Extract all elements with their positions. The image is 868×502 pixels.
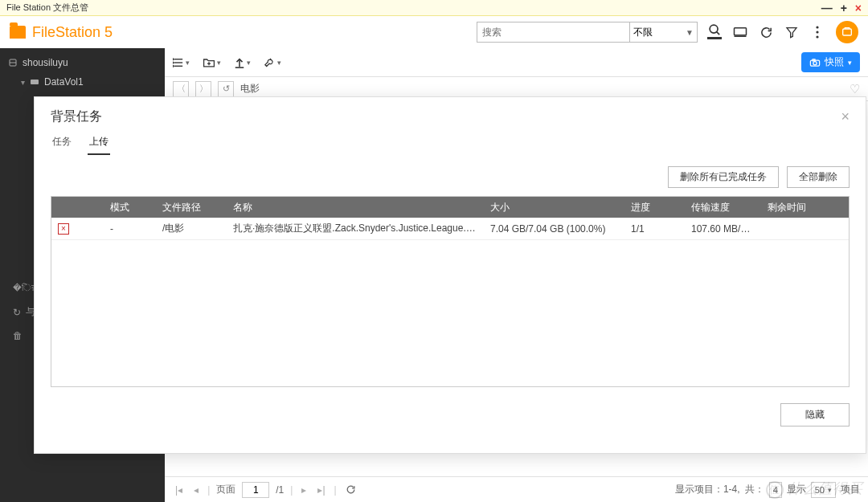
search-icon[interactable] (707, 25, 722, 39)
svg-marker-4 (787, 28, 796, 38)
create-button[interactable]: ▾ (203, 57, 221, 68)
view-mode-button[interactable]: ▾ (173, 58, 190, 67)
drive-icon (30, 78, 39, 86)
tools-button[interactable]: ▾ (264, 56, 281, 68)
task-center-icon[interactable] (836, 21, 858, 43)
nav-fwd-button[interactable]: 〉 (195, 81, 211, 97)
pager: |◂ ◂ | 页面 /1 | ▸ ▸| | 显示项目：1-4, 共： 4 显示 … (165, 476, 868, 502)
hide-button[interactable]: 隐藏 (780, 403, 850, 426)
cell-mode: - (104, 223, 156, 235)
table-row[interactable]: × - /电影 扎克·施奈德版正义联盟.Zack.Snyder's.Justic… (51, 218, 849, 240)
search-input[interactable] (477, 22, 629, 43)
page-label: 页面 (216, 483, 235, 496)
window-maximize-icon[interactable]: + (841, 2, 847, 14)
chevron-down-icon: ▾ (21, 78, 25, 87)
svg-point-15 (173, 58, 174, 59)
pager-pagesize-select[interactable]: 50▾ (811, 482, 836, 498)
chevron-down-icon: ▾ (848, 59, 852, 67)
upload-table: 模式 文件路径 名称 大小 进度 传输速度 剩余时间 × - /电影 扎克·施奈… (51, 196, 850, 387)
chevron-down-icon: ▼ (686, 28, 694, 37)
tree-root-label: shousiluyu (23, 57, 68, 68)
folder-plus-icon (203, 57, 215, 68)
page-input[interactable] (242, 482, 269, 498)
cell-progress: 1/1 (624, 223, 685, 235)
svg-point-7 (816, 35, 818, 38)
tree-root[interactable]: shousiluyu (0, 53, 165, 72)
brand: FileStation 5 (10, 24, 113, 41)
wrench-icon (264, 56, 276, 68)
page-total: /1 (276, 484, 284, 496)
upload-button[interactable]: ▾ (234, 57, 251, 68)
svg-rect-2 (735, 28, 747, 35)
col-size[interactable]: 大小 (484, 201, 624, 214)
page-first-button[interactable]: |◂ (173, 484, 185, 496)
pager-total-label: 共： (745, 483, 764, 496)
svg-point-5 (816, 26, 818, 28)
remove-all-button[interactable]: 全部删除 (787, 166, 850, 188)
window-close-icon[interactable]: × (855, 2, 862, 14)
chevron-down-icon: ▾ (217, 59, 221, 67)
trash-icon: 🗑 (13, 330, 23, 341)
col-speed[interactable]: 传输速度 (685, 201, 761, 214)
search-filter-select[interactable]: 不限 ▼ (629, 22, 698, 43)
cell-path: /电影 (156, 222, 227, 235)
table-head: 模式 文件路径 名称 大小 进度 传输速度 剩余时间 (51, 197, 849, 218)
col-mode[interactable]: 模式 (104, 201, 156, 214)
col-name[interactable]: 名称 (227, 201, 484, 214)
nav-up-button[interactable]: ↺ (218, 81, 234, 97)
tab-tasks[interactable]: 任务 (51, 132, 73, 155)
svg-rect-11 (31, 80, 39, 84)
brand-text: FileStation 5 (32, 24, 113, 41)
tree-volume[interactable]: ▾ DataVol1 (0, 72, 165, 92)
remove-completed-button[interactable]: 删除所有已完成任务 (668, 166, 779, 188)
tree-volume-label: DataVol1 (44, 76, 84, 88)
page-next-button[interactable]: ▸ (299, 484, 309, 496)
filter-icon[interactable] (784, 25, 799, 39)
col-path[interactable]: 文件路径 (156, 201, 227, 214)
chevron-down-icon: ▾ (247, 59, 251, 67)
chevron-down-icon: ▾ (828, 486, 832, 494)
more-icon[interactable] (810, 25, 825, 39)
share-icon: �ির (13, 282, 35, 293)
page-refresh-button[interactable] (343, 484, 358, 495)
app-header: FileStation 5 不限 ▼ (0, 16, 868, 48)
cell-speed: 107.60 MB/S... (685, 223, 761, 235)
col-progress[interactable]: 进度 (624, 201, 685, 214)
window-title: File Station 文件总管 (6, 2, 88, 14)
pager-summary-left: 显示项目：1-4, (675, 483, 740, 496)
chevron-down-icon: ▾ (186, 59, 190, 67)
background-tasks-dialog: 背景任务 × 任务 上传 删除所有已完成任务 全部删除 模式 文件路径 名称 大… (34, 96, 866, 454)
remote-icon[interactable] (733, 25, 747, 39)
cell-size: 7.04 GB/7.04 GB (100.0%) (484, 223, 624, 235)
nas-icon (8, 58, 18, 67)
svg-point-17 (173, 65, 174, 67)
chevron-down-icon: ▾ (277, 59, 281, 67)
pager-total-box: 4 (769, 482, 782, 498)
window-titlebar: File Station 文件总管 — + × (0, 0, 868, 16)
tab-upload[interactable]: 上传 (88, 132, 110, 155)
favorite-icon[interactable]: ♡ (850, 82, 860, 96)
toolbar: ▾ ▾ ▾ ▾ 快照 ▾ (165, 48, 868, 77)
camera-icon (809, 58, 821, 67)
page-prev-button[interactable]: ◂ (191, 484, 201, 496)
col-remain[interactable]: 剩余时间 (761, 201, 849, 214)
snapshot-label: 快照 (825, 55, 844, 69)
refresh-icon[interactable] (759, 25, 773, 39)
search-group: 不限 ▼ (477, 22, 698, 43)
snapshot-button[interactable]: 快照 ▾ (801, 52, 860, 72)
svg-point-16 (173, 62, 174, 63)
svg-point-6 (816, 31, 818, 33)
page-last-button[interactable]: ▸| (315, 484, 327, 496)
window-minimize-icon[interactable]: — (821, 2, 833, 14)
nav-back-button[interactable]: 〈 (173, 81, 189, 97)
cell-name: 扎克·施奈德版正义联盟.Zack.Snyder's.Justice.League… (227, 222, 484, 235)
pager-items-label: 项目 (841, 483, 860, 496)
sync-icon: ↻ (13, 307, 21, 318)
breadcrumb-path[interactable]: 电影 (240, 82, 260, 96)
dialog-close-button[interactable]: × (841, 108, 850, 125)
search-filter-value: 不限 (633, 26, 653, 39)
cancel-row-button[interactable]: × (58, 223, 69, 235)
folder-icon (10, 26, 26, 39)
dialog-title: 背景任务 (51, 108, 102, 125)
dialog-tabs: 任务 上传 (35, 132, 866, 155)
